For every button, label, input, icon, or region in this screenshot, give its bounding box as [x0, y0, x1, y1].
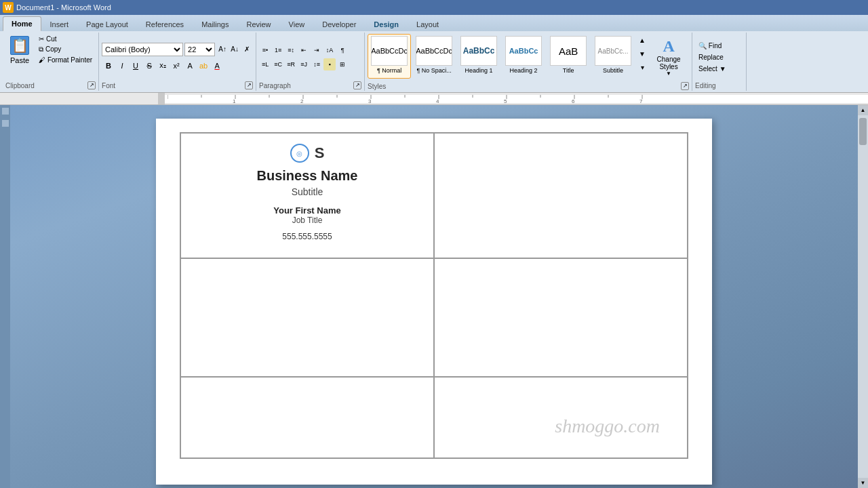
clipboard-expander[interactable]: ↗ [87, 81, 96, 89]
business-name[interactable]: Business Name [257, 168, 358, 184]
cut-button[interactable]: ✂ Cut [35, 34, 96, 44]
subscript-button[interactable]: x₂ [156, 59, 170, 73]
style-heading2-label: Heading 2 [510, 67, 538, 74]
text-highlight-button[interactable]: ab [197, 59, 210, 73]
svg-text:5: 5 [504, 98, 507, 103]
format-painter-button[interactable]: 🖌 Format Painter [35, 55, 96, 65]
style-normal-preview: AaBbCcDc [371, 36, 408, 66]
style-title-preview: AaB [550, 36, 587, 66]
styles-more[interactable]: ▾ [636, 61, 648, 73]
card-cell-mid-right[interactable] [434, 258, 688, 377]
style-subtitle-preview: AaBbCc... [595, 36, 631, 66]
find-button[interactable]: 🔍 Find [695, 41, 725, 51]
clipboard-small-btns: ✂ Cut ⧉ Copy 🖌 Format Painter [35, 34, 96, 65]
card-cell-bot-right[interactable]: shmoggo.com [434, 377, 688, 458]
line-spacing-button[interactable]: ↕≡ [311, 58, 323, 70]
tab-references[interactable]: References [137, 16, 193, 31]
align-center-button[interactable]: ≡C [272, 58, 284, 70]
tab-layout[interactable]: Layout [408, 16, 448, 31]
underline-button[interactable]: U [129, 59, 142, 73]
increase-font-button[interactable]: A↑ [216, 43, 229, 56]
shading-button[interactable]: ▪ [323, 58, 336, 70]
tab-insert[interactable]: Insert [41, 16, 78, 31]
style-no-spacing[interactable]: AaBbCcDc ¶ No Spaci... [412, 34, 456, 79]
ruler-left-margin [158, 93, 165, 105]
italic-button[interactable]: I [115, 59, 129, 73]
job-title[interactable]: Job Title [292, 216, 323, 225]
person-name[interactable]: Your First Name [273, 205, 340, 216]
font-expander[interactable]: ↗ [245, 81, 253, 89]
scroll-thumb[interactable] [859, 118, 867, 145]
formatting-btns: B I U S x₂ x² A ab A [102, 59, 253, 73]
scroll-down-button[interactable]: ▼ [858, 478, 868, 488]
card-cell-mid-left[interactable] [180, 258, 434, 377]
decrease-font-button[interactable]: A↓ [229, 43, 241, 56]
font-size-select[interactable]: 22 89101112 14161820 [184, 43, 215, 56]
numbering-button[interactable]: 1≡ [272, 44, 284, 56]
borders-button[interactable]: ⊞ [336, 58, 349, 70]
style-no-spacing-preview: AaBbCcDc [416, 36, 452, 66]
font-label: Font [102, 81, 115, 89]
superscript-button[interactable]: x² [170, 59, 183, 73]
tab-page-layout[interactable]: Page Layout [77, 16, 137, 31]
card-cell-top-right[interactable] [434, 133, 688, 258]
phone[interactable]: 555.555.5555 [282, 232, 332, 241]
clipboard-group-content: 📋 Paste ✂ Cut ⧉ Copy 🖌 [5, 34, 96, 81]
copy-button[interactable]: ⧉ Copy [35, 44, 96, 55]
document[interactable]: ◎ S Business Name Subtitle Your First Na… [156, 119, 712, 485]
style-title[interactable]: AaB Title [547, 34, 590, 79]
tab-design[interactable]: Design [365, 16, 408, 31]
clear-formatting-button[interactable]: ✗ [241, 43, 253, 56]
window-title: Document1 - Microsoft Word [16, 3, 111, 12]
bullets-button[interactable]: ≡• [259, 44, 271, 56]
style-subtitle[interactable]: AaBbCc... Subtitle [591, 34, 635, 79]
styles-expander[interactable]: ↗ [681, 82, 689, 90]
select-button[interactable]: Select ▼ [695, 64, 729, 74]
format-painter-icon: 🖌 [39, 56, 45, 64]
show-marks-button[interactable]: ¶ [336, 44, 349, 56]
editing-label: Editing [695, 81, 716, 89]
align-left-button[interactable]: ≡L [259, 58, 271, 70]
bold-button[interactable]: B [102, 59, 115, 73]
tab-developer[interactable]: Developer [313, 16, 365, 31]
tab-review[interactable]: Review [237, 16, 279, 31]
change-styles-button[interactable]: A ChangeStyles ▼ [648, 34, 689, 80]
card-cell-top-left[interactable]: ◎ S Business Name Subtitle Your First Na… [180, 133, 434, 258]
ribbon: Home Insert Page Layout References Maili… [0, 15, 868, 93]
decrease-indent-button[interactable]: ⇤ [298, 44, 310, 56]
strikethrough-button[interactable]: S [142, 59, 156, 73]
paragraph-expander[interactable]: ↗ [353, 81, 361, 89]
paste-button[interactable]: 📋 Paste [5, 34, 34, 66]
scroll-up-button[interactable]: ▲ [858, 105, 868, 115]
editing-group: 🔍 Find Replace Select ▼ Editing [692, 33, 747, 91]
styles-scroll-down[interactable]: ▼ [636, 47, 648, 60]
style-heading1[interactable]: AaBbCc Heading 1 [457, 34, 500, 79]
sort-button[interactable]: ↕A [323, 44, 336, 56]
page-nav-up[interactable] [2, 108, 9, 115]
logo-s: S [315, 144, 325, 162]
align-right-button[interactable]: ≡R [285, 58, 297, 70]
style-heading2[interactable]: AaBbCc Heading 2 [502, 34, 545, 79]
logo-circle: ◎ [290, 144, 309, 163]
svg-text:6: 6 [572, 98, 575, 103]
card-cell-bot-left[interactable] [180, 377, 434, 458]
font-color-button[interactable]: A [210, 59, 224, 73]
page-nav-down[interactable] [2, 120, 9, 127]
card-subtitle[interactable]: Subtitle [292, 186, 323, 197]
text-effects-button[interactable]: A [183, 59, 197, 73]
tab-mailings[interactable]: Mailings [193, 16, 237, 31]
replace-button[interactable]: Replace [695, 52, 727, 62]
tab-home[interactable]: Home [3, 16, 41, 31]
multilevel-button[interactable]: ≡↕ [285, 44, 297, 56]
font-group-content: Calibri (Body) 22 89101112 14161820 A↑ A… [102, 34, 253, 81]
styles-scroll-up[interactable]: ▲ [636, 34, 648, 46]
doc-area: ◎ S Business Name Subtitle Your First Na… [10, 105, 858, 488]
copy-label: Copy [45, 45, 61, 53]
tab-view[interactable]: View [280, 16, 314, 31]
change-styles-label: ChangeStyles [657, 56, 681, 70]
justify-button[interactable]: ≡J [298, 58, 310, 70]
font-name-select[interactable]: Calibri (Body) [102, 43, 183, 56]
style-normal[interactable]: AaBbCcDc ¶ Normal [368, 34, 411, 79]
left-panel [0, 105, 10, 488]
increase-indent-button[interactable]: ⇥ [311, 44, 323, 56]
